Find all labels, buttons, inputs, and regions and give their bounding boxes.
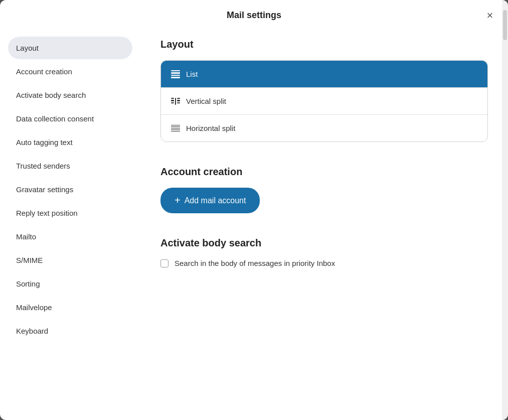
vertical-split-icon bbox=[171, 98, 180, 105]
scrollbar-track[interactable] bbox=[502, 31, 508, 420]
sidebar-item-activate-body-search[interactable]: Activate body search bbox=[8, 84, 132, 106]
plus-icon: + bbox=[175, 195, 181, 206]
modal-body: Layout Account creation Activate body se… bbox=[0, 31, 508, 420]
sidebar-item-mailto[interactable]: Mailto bbox=[8, 225, 132, 248]
sidebar: Layout Account creation Activate body se… bbox=[0, 31, 140, 420]
layout-option-vertical-split-label: Vertical split bbox=[186, 97, 226, 105]
sidebar-item-layout[interactable]: Layout bbox=[8, 37, 132, 59]
sidebar-item-trusted-senders[interactable]: Trusted senders bbox=[8, 155, 132, 177]
layout-section: Layout List bbox=[160, 39, 488, 142]
body-search-checkbox[interactable] bbox=[160, 259, 168, 267]
modal-title: Mail settings bbox=[227, 10, 281, 21]
layout-option-horizontal-split-label: Horizontal split bbox=[186, 124, 235, 132]
mail-settings-modal: Mail settings × Layout Account creation … bbox=[0, 0, 508, 420]
body-search-label: Search in the body of messages in priori… bbox=[175, 259, 335, 267]
layout-option-horizontal-split[interactable]: Horizontal split bbox=[161, 115, 487, 142]
layout-option-list-label: List bbox=[186, 70, 198, 78]
close-button[interactable]: × bbox=[482, 8, 498, 24]
account-creation-section: Account creation + Add mail account bbox=[160, 166, 488, 213]
body-search-title: Activate body search bbox=[160, 237, 488, 249]
body-search-section: Activate body search Search in the body … bbox=[160, 237, 488, 267]
layout-options: List bbox=[160, 60, 488, 142]
layout-option-list[interactable]: List bbox=[161, 61, 487, 88]
sidebar-item-reply-text[interactable]: Reply text position bbox=[8, 202, 132, 224]
account-creation-title: Account creation bbox=[160, 166, 488, 178]
sidebar-item-sorting[interactable]: Sorting bbox=[8, 272, 132, 295]
horizontal-split-icon bbox=[171, 125, 180, 132]
layout-option-vertical-split[interactable]: Vertical split bbox=[161, 88, 487, 115]
list-icon bbox=[171, 70, 180, 78]
add-account-label: Add mail account bbox=[185, 196, 246, 205]
layout-section-title: Layout bbox=[160, 39, 488, 50]
sidebar-item-data-collection[interactable]: Data collection consent bbox=[8, 107, 132, 130]
sidebar-item-smime[interactable]: S/MIME bbox=[8, 249, 132, 271]
sidebar-item-gravatar[interactable]: Gravatar settings bbox=[8, 178, 132, 201]
sidebar-item-auto-tagging[interactable]: Auto tagging text bbox=[8, 131, 132, 154]
modal-overlay: Mail settings × Layout Account creation … bbox=[0, 0, 508, 420]
sidebar-item-account-creation[interactable]: Account creation bbox=[8, 60, 132, 83]
add-mail-account-button[interactable]: + Add mail account bbox=[160, 188, 260, 213]
modal-header: Mail settings × bbox=[0, 0, 508, 31]
body-search-checkbox-row: Search in the body of messages in priori… bbox=[160, 259, 488, 267]
scrollbar-thumb[interactable] bbox=[503, 31, 507, 40]
content-area: Layout List bbox=[140, 31, 508, 420]
sidebar-item-mailvelope[interactable]: Mailvelope bbox=[8, 296, 132, 319]
sidebar-item-keyboard[interactable]: Keyboard bbox=[8, 320, 132, 342]
